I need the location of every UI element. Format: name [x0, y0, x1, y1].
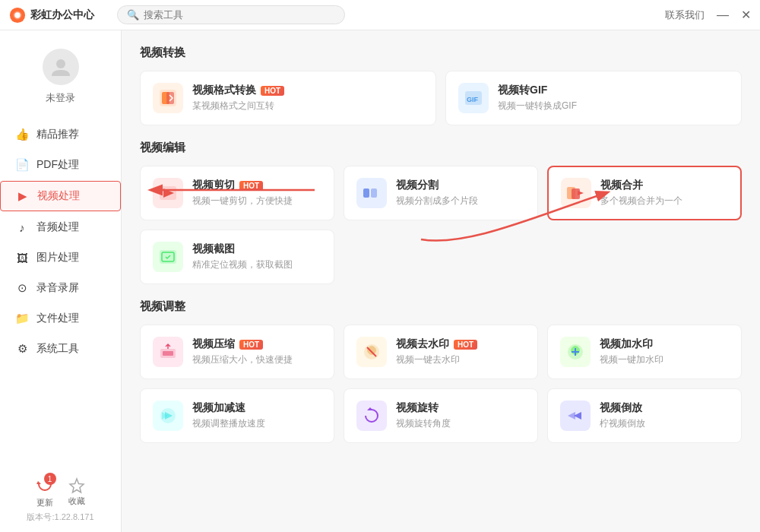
sidebar-item-image[interactable]: 🖼 图片处理: [0, 243, 121, 272]
card-desc: 多个视频合并为一个: [600, 195, 682, 207]
card-video-speed[interactable]: 视频加减速 视频调整播放速度: [140, 388, 334, 443]
card-name: 视频去水印: [396, 337, 449, 351]
card-name: 视频压缩: [192, 337, 235, 351]
sidebar-item-jingpin[interactable]: 👍 精品推荐: [0, 120, 121, 149]
sidebar-item-system[interactable]: ⚙ 系统工具: [0, 334, 121, 363]
search-icon: 🔍: [127, 9, 139, 21]
card-name: 视频加水印: [600, 337, 653, 351]
system-icon: ⚙: [15, 342, 29, 356]
sidebar-item-file[interactable]: 📁 文件处理: [0, 304, 121, 333]
card-icon-remove-watermark: [356, 337, 387, 367]
svg-rect-12: [363, 188, 369, 198]
sidebar-item-pdf[interactable]: 📄 PDF处理: [0, 150, 121, 179]
section-video-adjust: 视频调整 视频压缩 HOT: [140, 299, 742, 443]
card-video-remove-watermark[interactable]: 视频去水印 HOT 视频一键去水印: [344, 325, 538, 379]
card-name: 视频截图: [192, 242, 235, 256]
card-icon-video-compress: [153, 337, 183, 367]
card-icon-video-reverse: [560, 401, 591, 431]
sidebar-item-label: 文件处理: [36, 312, 79, 325]
svg-point-2: [56, 59, 65, 68]
card-desc: 视频一键去水印: [396, 353, 477, 366]
card-info-video-merge: 视频合并 多个视频合并为一个: [600, 179, 682, 207]
sidebar-item-label: 录音录屏: [36, 281, 79, 295]
collect-button[interactable]: 收藏: [68, 477, 85, 507]
section-title-adjust: 视频调整: [140, 299, 742, 314]
collect-icon: [68, 477, 85, 494]
window-controls: 联系我们 — ✕: [665, 8, 751, 22]
svg-marker-27: [367, 407, 373, 410]
card-desc: 视频一键剪切，方便快捷: [192, 195, 293, 207]
card-desc: 视频压缩大小，快速便捷: [192, 353, 293, 366]
card-icon-video-cut: [153, 178, 183, 208]
sidebar-item-record[interactable]: ⊙ 录音录屏: [0, 274, 121, 302]
hot-badge: HOT: [239, 340, 263, 350]
card-name: 视频旋转: [396, 401, 439, 415]
card-video-cut[interactable]: 视频剪切 HOT 视频一键剪切，方便快捷: [140, 166, 334, 220]
version-label: 版本号:1.22.8.171: [27, 511, 93, 523]
close-button[interactable]: ✕: [741, 9, 751, 21]
card-icon-video-screenshot: [153, 242, 183, 272]
card-icon-video-speed: [153, 401, 183, 431]
card-icon-video-format: [153, 83, 183, 113]
sidebar-item-label: 系统工具: [36, 342, 79, 356]
search-input[interactable]: [144, 9, 335, 21]
card-desc: 视频调整播放速度: [192, 417, 265, 430]
titlebar: 彩虹办公中心 🔍 联系我们 — ✕: [0, 0, 760, 30]
card-desc: 精准定位视频，获取截图: [192, 258, 293, 271]
file-icon: 📁: [15, 312, 29, 325]
section-title-edit: 视频编辑: [140, 141, 742, 155]
card-video-merge[interactable]: 视频合并 多个视频合并为一个: [547, 166, 742, 220]
sidebar-bottom: 1 更新 收藏 版本号:1.22.8.171: [0, 467, 121, 532]
update-label: 更新: [36, 497, 53, 508]
update-button[interactable]: 1 更新: [36, 476, 53, 508]
sidebar-item-video[interactable]: ▶ 视频处理: [0, 181, 121, 211]
card-name: 视频合并: [600, 179, 643, 192]
card-info-video-reverse: 视频倒放 柠视频倒放: [600, 401, 645, 430]
svg-marker-29: [568, 412, 575, 420]
card-video-compress[interactable]: 视频压缩 HOT 视频压缩大小，快速便捷: [140, 325, 334, 379]
card-icon-add-watermark: [560, 337, 591, 367]
card-video-format[interactable]: 视频格式转换 HOT 某视频格式之间互转: [140, 71, 436, 125]
logo-icon: [9, 7, 26, 24]
svg-text:GIF: GIF: [467, 96, 479, 103]
card-desc: 某视频格式之间互转: [192, 100, 284, 112]
card-video-screenshot[interactable]: 视频截图 精准定位视频，获取截图: [140, 230, 334, 284]
card-info-video-screenshot: 视频截图 精准定位视频，获取截图: [192, 242, 293, 271]
image-icon: 🖼: [15, 251, 29, 264]
card-desc: 视频一键加水印: [600, 353, 663, 366]
sidebar-item-label: 音频处理: [36, 220, 79, 234]
card-icon-video-merge: [561, 178, 591, 208]
contact-link[interactable]: 联系我们: [665, 8, 705, 22]
card-video-reverse[interactable]: 视频倒放 柠视频倒放: [547, 388, 742, 443]
card-name: 视频剪切: [192, 179, 235, 192]
card-video-gif[interactable]: GIF 视频转GIF 视频一键转换成GIF: [445, 71, 742, 125]
card-video-split[interactable]: 视频分割 视频分割成多个片段: [344, 166, 538, 220]
sidebar-nav: 👍 精品推荐 📄 PDF处理 ▶ 视频处理 ♪ 音频处理 🖼 图片处理 ⊙ 录: [0, 120, 121, 363]
card-info-video-compress: 视频压缩 HOT 视频压缩大小，快速便捷: [192, 337, 293, 366]
section-video-convert: 视频转换 视频格式转换 HOT: [140, 46, 742, 125]
card-name: 视频加减速: [192, 401, 245, 415]
update-icon-wrap: 1: [36, 476, 53, 496]
card-desc: 视频分割成多个片段: [396, 195, 478, 207]
svg-marker-16: [578, 191, 584, 195]
sidebar-item-audio[interactable]: ♪ 音频处理: [0, 213, 121, 242]
card-desc: 柠视频倒放: [600, 417, 645, 430]
card-desc: 视频旋转角度: [396, 417, 451, 430]
audio-icon: ♪: [15, 220, 29, 234]
svg-marker-3: [36, 481, 41, 484]
card-info-video-speed: 视频加减速 视频调整播放速度: [192, 401, 265, 430]
card-video-add-watermark[interactable]: 视频加水印 视频一键加水印: [547, 325, 742, 379]
card-icon-video-split: [356, 178, 387, 208]
svg-rect-20: [163, 351, 173, 356]
main-layout: 未登录 👍 精品推荐 📄 PDF处理 ▶ 视频处理 ♪ 音频处理 🖼 图片处理: [0, 30, 760, 532]
sidebar-item-label: 视频处理: [37, 189, 80, 203]
card-info-video-cut: 视频剪切 HOT 视频一键剪切，方便快捷: [192, 179, 293, 207]
card-video-rotate[interactable]: 视频旋转 视频旋转角度: [344, 388, 538, 443]
card-info-video-gif: 视频转GIF 视频一键转换成GIF: [498, 84, 577, 112]
video-icon: ▶: [16, 189, 30, 203]
minimize-button[interactable]: —: [717, 9, 729, 21]
sidebar-item-label: 图片处理: [36, 251, 79, 264]
section-title-convert: 视频转换: [140, 46, 742, 60]
content-area: 视频转换 视频格式转换 HOT: [122, 30, 760, 532]
card-info-remove-watermark: 视频去水印 HOT 视频一键去水印: [396, 337, 477, 366]
